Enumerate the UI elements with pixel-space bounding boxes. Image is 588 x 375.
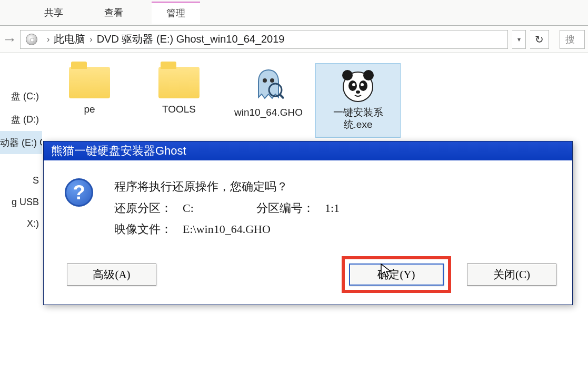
tab-view[interactable]: 查看 [92, 1, 136, 24]
chevron-down-icon: ▾ [517, 36, 521, 43]
file-label: win10_64.GHO [234, 107, 303, 119]
svg-point-11 [356, 90, 360, 94]
cd-drive-icon [26, 34, 37, 45]
svg-point-9 [352, 83, 355, 86]
svg-point-1 [270, 78, 274, 83]
chevron-right-icon: › [89, 35, 92, 44]
nav-forward-icon[interactable]: → [0, 31, 16, 48]
svg-point-6 [363, 70, 374, 80]
question-icon: ? [65, 178, 93, 207]
advanced-button[interactable]: 高级(A) [67, 263, 156, 286]
address-dropdown-button[interactable]: ▾ [512, 30, 526, 49]
confirm-dialog: 熊猫一键硬盘安装器Ghost ? 程序将执行还原操作，您确定吗？ 还原分区： C… [43, 141, 573, 305]
file-label: TOOLS [162, 104, 196, 116]
file-gho[interactable]: win10_64.GHO [226, 64, 311, 137]
dialog-button-row: 高级(A) 确定(Y) 关闭(C) [44, 251, 572, 305]
folder-icon [69, 67, 110, 98]
sidebar-item-drive-c[interactable]: 盘 (C:) [0, 85, 42, 108]
sidebar-item-drive-e[interactable]: 动器 (E:) Cl [0, 131, 42, 154]
close-button[interactable]: 关闭(C) [467, 263, 556, 286]
sidebar-item-s[interactable]: S [0, 170, 42, 191]
dialog-text: 程序将执行还原操作，您确定吗？ 还原分区： C: 分区编号： 1:1 映像文件：… [114, 176, 340, 240]
sidebar-item-drive-x[interactable]: X:) [0, 213, 42, 235]
file-label: pe [84, 104, 95, 116]
dialog-title: 熊猫一键硬盘安装器Ghost [51, 143, 186, 159]
ok-button[interactable]: 确定(Y) [349, 263, 444, 286]
sidebar: 盘 (C:) 盘 (D:) 动器 (E:) Cl S g USB X:) [0, 53, 42, 375]
crumb-drive[interactable]: DVD 驱动器 (E:) Ghost_win10_64_2019 [97, 32, 285, 46]
ok-button-highlight: 确定(Y) [342, 256, 451, 293]
search-placeholder: 搜 [565, 33, 575, 46]
partition-number-label: 分区编号： [256, 198, 325, 219]
sidebar-item-drive-d[interactable]: 盘 (D:) [0, 108, 42, 131]
folder-icon [158, 67, 200, 98]
ribbon-tabs: 共享 查看 管理 [0, 0, 588, 25]
restore-partition-label: 还原分区： [114, 198, 183, 219]
address-bar: → › 此电脑 › DVD 驱动器 (E:) Ghost_win10_64_20… [0, 26, 588, 53]
sidebar-item-usb[interactable]: g USB [0, 191, 42, 213]
restore-partition-value: C: [183, 198, 256, 219]
dialog-body: ? 程序将执行还原操作，您确定吗？ 还原分区： C: 分区编号： 1:1 映像文… [44, 160, 572, 251]
folder-tools[interactable]: TOOLS [137, 64, 221, 137]
panda-icon [340, 67, 376, 104]
image-file-label: 映像文件： [114, 219, 183, 240]
file-installer-exe[interactable]: 一键安装系统.exe [316, 64, 400, 137]
breadcrumb[interactable]: › 此电脑 › DVD 驱动器 (E:) Ghost_win10_64_2019 [20, 30, 508, 49]
ghost-file-icon [253, 67, 284, 104]
search-input[interactable]: 搜 [560, 30, 585, 49]
tab-share[interactable]: 共享 [32, 1, 76, 24]
tab-manage[interactable]: 管理 [152, 2, 200, 24]
refresh-button[interactable]: ↻ [530, 30, 549, 49]
partition-number-value: 1:1 [325, 198, 340, 219]
file-label: 一键安装系统.exe [321, 107, 395, 131]
svg-line-3 [280, 94, 284, 98]
chevron-right-icon: › [47, 35, 49, 44]
svg-point-0 [263, 78, 267, 83]
svg-point-5 [342, 70, 353, 80]
image-file-value: E:\win10_64.GHO [183, 219, 271, 240]
svg-point-10 [361, 83, 364, 86]
refresh-icon: ↻ [535, 33, 544, 46]
folder-pe[interactable]: pe [47, 64, 132, 137]
crumb-this-pc[interactable]: 此电脑 [54, 32, 85, 46]
dialog-message: 程序将执行还原操作，您确定吗？ [114, 176, 340, 198]
dialog-title-bar[interactable]: 熊猫一键硬盘安装器Ghost [44, 141, 572, 160]
